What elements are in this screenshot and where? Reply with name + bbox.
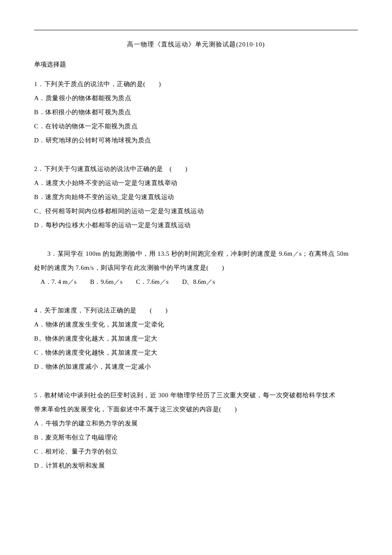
q5-opt-c: C．相对论、量子力学的创立	[34, 445, 358, 459]
q3-stem-line2: 处时的速度为 7.6m/s，则该同学在此次测验中的平均速度是( )	[34, 261, 358, 275]
page: 高一物理《直线运动》单元测验试题(2010·10) 单项选择题 1．下列关于质点…	[0, 0, 392, 502]
q4-opt-c: C．物体的速度变化越快，其加速度一定大	[34, 346, 358, 360]
question-3: 3．某同学在 100m 的短跑测验中，用 13.5 秒的时间跑完全程，冲刺时的速…	[34, 247, 358, 289]
q4-opt-d: D．物体的加速度减小，其速度一定减小	[34, 360, 358, 374]
q3-opt-a: A．7. 4 m／s	[34, 275, 77, 289]
spacer	[34, 236, 358, 247]
question-4: 4．关于加速度，下列说法正确的是 ( ) A．物体的速度发生变化，其加速度一定牵…	[34, 304, 358, 374]
spacer	[34, 377, 358, 388]
q2-opt-a: A．速度大小始终不变的运动一定是匀速直线举动	[34, 176, 358, 190]
q5-stem-line2: 带来革命性的发展变化，下面叙述中不属于这三次突破的内容是( )	[34, 402, 358, 416]
q2-opt-b: B．速度方向始终不变的运动_定是匀速直线运动	[34, 190, 358, 204]
q5-stem-line1: 5．教材绪论中谈到社会的巨变时说到，近 300 年物理学经历了三次重大突破，每一…	[34, 388, 358, 402]
q3-opt-d: D、8.6m／s	[182, 275, 215, 289]
q2-opt-d: D．每秒内位移大小都相等的运动一定是匀速直线运动	[34, 218, 358, 232]
question-1: 1．下列关于质点的说法中，正确的是( ) A．质量很小的物体都能视为质点 B．体…	[34, 77, 358, 147]
q1-opt-a: A．质量很小的物体都能视为质点	[34, 91, 358, 105]
q4-opt-a: A．物体的速度发生变化，其加速度一定牵化	[34, 318, 358, 332]
top-rule	[34, 30, 358, 30]
q1-opt-c: C．在转动的物体一定不能视为质点	[34, 119, 358, 133]
spacer	[34, 292, 358, 304]
q3-opt-b: B．9.6m／s	[90, 275, 122, 289]
spacer	[34, 151, 358, 162]
q4-opt-b: B。物体的速度变化越大，其加速度一定大	[34, 332, 358, 346]
q5-opt-d: D．计算机的发明和发展	[34, 459, 358, 473]
q1-opt-d: D．研究地球的公转时可将地球视为质点	[34, 133, 358, 147]
question-5: 5．教材绪论中谈到社会的巨变时说到，近 300 年物理学经历了三次重大突破，每一…	[34, 388, 358, 473]
q5-opt-b: B．麦克斯韦创立了电磁理论	[34, 431, 358, 445]
q2-stem: 2．下列关于匀速直线运动的说法中正确的是 ( )	[34, 162, 358, 176]
q2-opt-c: C。径何相等时间内位移都相同的运动一定是匀速直线运动	[34, 204, 358, 218]
question-2: 2．下列关于匀速直线运动的说法中正确的是 ( ) A．速度大小始终不变的运动一定…	[34, 162, 358, 232]
q5-opt-a: A．牛顿力学的建立和热力学的发展	[34, 416, 358, 431]
q1-stem: 1．下列关于质点的说法中，正确的是( )	[34, 77, 358, 91]
q3-options-row: A．7. 4 m／s B．9.6m／s C．7.6m／s D、8.6m／s	[34, 275, 358, 289]
q3-stem-line1: 3．某同学在 100m 的短跑测验中，用 13.5 秒的时间跑完全程，冲刺时的速…	[34, 247, 358, 261]
q4-stem: 4．关于加速度，下列说法正确的是 ( )	[34, 304, 358, 318]
doc-title: 高一物理《直线运动》单元测验试题(2010·10)	[34, 40, 358, 49]
q3-opt-c: C．7.6m／s	[136, 275, 168, 289]
section-heading: 单项选择题	[34, 61, 358, 69]
q1-opt-b: B．体积很小的物体都可视为质点	[34, 105, 358, 119]
